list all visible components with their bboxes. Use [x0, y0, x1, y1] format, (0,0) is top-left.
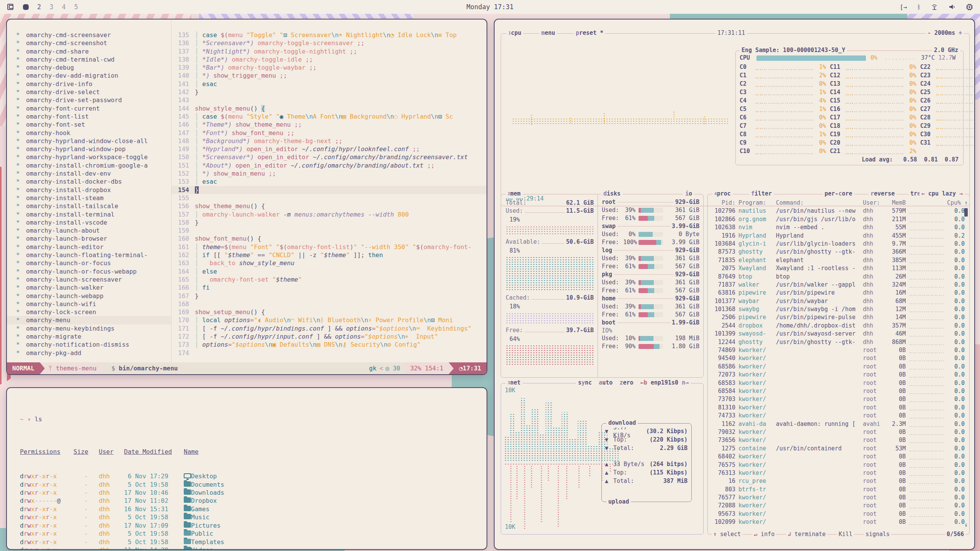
process-row[interactable]: 102866org.gnom/usr/bin/gjs /usr/lib/odhh… — [708, 215, 969, 223]
sidebar-item[interactable]: *omarchy-launch-about — [16, 227, 171, 235]
code-line[interactable]: 142} — [172, 88, 487, 96]
code-line[interactable]: 164│ else — [172, 267, 487, 276]
code-line[interactable]: 163│ back_to show_style_menu — [172, 259, 487, 267]
sort-selector[interactable]: ← cpu lazy → — [920, 190, 965, 198]
code-line[interactable]: 170│ local options="◖ Audio\n◠ Wifi\nᛒ B… — [172, 316, 487, 324]
code-line[interactable]: 135│ case $(menu "Toggle" "⊡ Screensaver… — [172, 31, 487, 39]
menu-tab[interactable]: menu — [539, 29, 557, 37]
process-row[interactable]: 2544dropbox/home/dhh/.dropbox-distdhh357… — [708, 322, 969, 330]
code-pane[interactable]: 135│ case $(menu "Toggle" "⊡ Screensaver… — [172, 20, 487, 362]
code-line[interactable]: 139│ *Bar*) omarchy-toggle-waybar ;; — [172, 64, 487, 72]
code-line[interactable]: 145│ case $(menu "Style" "◉ Theme\nA Fon… — [172, 112, 487, 121]
process-row[interactable]: 72073kworker/root0B⣀⣀⣀⣀⣀⣀⣀⣀⣀0.0 — [708, 371, 969, 379]
wifi-icon[interactable] — [931, 3, 938, 10]
proc-footer-terminate[interactable]: ↲ terminate — [786, 530, 827, 539]
process-row[interactable]: 12244ghostty/usr/bin/ghostty --gtk-dhh86… — [708, 338, 969, 346]
process-row[interactable]: 79032kworker/root0B⣀⣀⣀⣀⣀⣀⣀⣀⣀0.0 — [708, 428, 969, 436]
process-row[interactable]: 87649btopbtopdhh26M⣀⣀⣀⣀⣀⣀⣀⣀⣀0.0 — [708, 273, 969, 281]
sidebar-item[interactable]: *omarchy-install-tailscale — [16, 202, 171, 210]
process-row[interactable]: 68584kworker/root0B⣀⣀⣀⣀⣀⣀⣀⣀⣀0.0 — [708, 387, 969, 395]
process-row[interactable]: 1275containe/usr/bin/containerdroot53M⣀⣀… — [708, 445, 969, 453]
sidebar-item[interactable]: *omarchy-drive-info — [16, 80, 171, 88]
preset-tab[interactable]: preset * — [574, 29, 605, 37]
sidebar-item[interactable]: *omarchy-launch-wifi — [16, 300, 171, 308]
workspace-3[interactable]: 3 — [49, 3, 53, 11]
process-row[interactable]: 803btrfs-trroot0B⣀⣀⣀⣀⣀⣀⣀⣀⣀0.0 — [708, 486, 969, 494]
sidebar-item[interactable]: *omarchy-drive-set-password — [16, 96, 171, 104]
sidebar-item[interactable]: *omarchy-install-steam — [16, 194, 171, 202]
file-row[interactable]: drwxr-xr-x-dhh 6 Nov 17:29Desktop — [20, 472, 487, 480]
code-line[interactable]: 149│ *Hyprland*) open_in_editor ~/.confi… — [172, 145, 487, 153]
sidebar-item[interactable]: *omarchy-pkg-add — [16, 349, 171, 357]
code-line[interactable]: 156show_theme_menu() { — [172, 202, 487, 210]
sidebar-item[interactable]: *omarchy-hyprland-workspace-toggle — [16, 153, 171, 161]
code-line[interactable]: 140│ *) show_trigger_menu ;; — [172, 72, 487, 80]
sidebar-item[interactable]: *omarchy-hyprland-window-close-all — [16, 137, 171, 145]
process-row[interactable]: 73703kworker/root0B⣀⣀⣀⣀⣀⣀⣀⣀⣀0.0 — [708, 395, 969, 403]
code-line[interactable]: 154} — [172, 186, 487, 194]
file-row[interactable]: drwxr-xr-x-dhh 5 Oct 19:58Public — [20, 530, 487, 538]
sidebar-item[interactable]: *omarchy-launch-editor — [16, 243, 171, 251]
process-row[interactable]: 103684glycin-i/usr/lib/glycin-loadersdhh… — [708, 240, 969, 248]
sidebar-item[interactable]: *omarchy-launch-webapp — [16, 292, 171, 300]
cpu-panel-title[interactable]: 1cpu — [506, 29, 523, 37]
code-line[interactable]: 153│ esac — [172, 178, 487, 186]
sidebar-item[interactable]: *omarchy-hyprland-window-pop — [16, 145, 171, 153]
per-core-tab[interactable]: per-core — [823, 190, 854, 198]
code-line[interactable]: 137│ *Nightlight*) omarchy-toggle-nightl… — [172, 47, 487, 55]
chip-icon[interactable] — [966, 3, 973, 11]
sidebar-item[interactable]: *omarchy-drive-select — [16, 88, 171, 96]
code-line[interactable]: 138│ *Idle*) omarchy-toggle-idle ;; — [172, 55, 487, 64]
proc-footer-info[interactable]: ↵ info — [752, 530, 776, 539]
process-row[interactable]: 1162avahi-daavahi-daemon: running [avahi… — [708, 420, 969, 428]
process-row[interactable]: 71837walker/usr/bin/walker --gappldhh324… — [708, 281, 969, 289]
code-line[interactable]: 169show_setup_menu() { — [172, 308, 487, 316]
sidebar-item[interactable]: *omarchy-cmd-share — [16, 47, 171, 55]
sidebar-item[interactable]: *omarchy-lock-screen — [16, 308, 171, 316]
process-list[interactable]: 102796nautilus/usr/bin/nautilus --newdhh… — [708, 207, 969, 526]
sidebar-item[interactable]: *omarchy-install-docker-dbs — [16, 178, 171, 186]
process-row[interactable]: 101399swayosd-/usr/bin/swayosd-serverdhh… — [708, 330, 969, 338]
code-line[interactable]: 158} — [172, 218, 487, 227]
update-interval[interactable]: - 2000ms + — [926, 29, 964, 37]
sidebar-item[interactable]: *omarchy-font-list — [16, 112, 171, 121]
process-row[interactable]: 1916HyprlandHyprlanddhh455M⣀⣀⣀⣀⣀⣀⣀⣀⣀0.2 — [708, 232, 969, 240]
workspace-2[interactable]: 2 — [37, 3, 41, 11]
process-row[interactable]: 2075XwaylandXwayland :1 -rootless -dhh11… — [708, 264, 969, 272]
code-line[interactable]: 159 — [172, 227, 487, 235]
file-row[interactable]: drwxr-xr-x-dhh 5 Oct 19:58Documents — [20, 481, 487, 489]
sidebar-item[interactable]: *omarchy-install-chromium-google-a — [16, 161, 171, 170]
sidebar-item[interactable]: *omarchy-cmd-terminal-cwd — [16, 55, 171, 64]
process-row[interactable]: 102638nvimnvim --embed .dhh55M⣀⣀⣀⣀⣀⣀⣀⣀⣀0… — [708, 223, 969, 231]
process-row[interactable]: 81310kworker/root0B⣀⣀⣀⣀⣀⣀⣀⣀⣀0.0 — [708, 404, 969, 412]
process-row[interactable]: 2506pipewire/usr/bin/pipewire-pulsedhh14… — [708, 313, 969, 321]
process-row[interactable]: 76575kworker/root0B⣀⣀⣀⣀⣀⣀⣀⣀⣀0.0 — [708, 461, 969, 469]
code-line[interactable]: 152│ *) show_main_menu ;; — [172, 170, 487, 178]
sidebar-item[interactable]: *omarchy-hook — [16, 129, 171, 137]
sidebar-item[interactable]: *omarchy-launch-walker — [16, 284, 171, 292]
process-row[interactable]: 68402kworker/root0B⣀⣀⣀⣀⣀⣀⣀⣀⣀0.0 — [708, 453, 969, 461]
process-row[interactable]: 68586kworker/root0B⣀⣀⣀⣀⣀⣀⣀⣀⣀0.0 — [708, 363, 969, 371]
sidebar-item[interactable]: *omarchy-font-current — [16, 104, 171, 112]
mem-panel-title[interactable]: 2mem — [506, 190, 523, 198]
code-line[interactable]: 136│ *Screensaver*) omarchy-toggle-scree… — [172, 39, 487, 47]
file-row[interactable]: drwxr-xr-x-dhh17 Nov 17:09Pictures — [20, 522, 487, 530]
file-row[interactable]: drwxr-xr-x-dhh16 Nov 15:31Games — [20, 505, 487, 513]
filter-tab[interactable]: filter — [749, 190, 774, 198]
sidebar-item[interactable]: *omarchy-debug — [16, 64, 171, 72]
code-line[interactable]: 162│ if [[ "$theme" == "CNCLD" || -z "$t… — [172, 251, 487, 259]
process-row[interactable]: 74733kworker/root0B⣀⣀⣀⣀⣀⣀⣀⣀⣀0.0 — [708, 412, 969, 420]
process-row[interactable]: 74869kworker/root0B⣀⣀⣀⣀⣀⣀⣀⣀⣀0.0 — [708, 346, 969, 354]
net-tabs[interactable]: sync auto zero ←b enp191s0 n→ — [576, 379, 691, 387]
sidebar-item[interactable]: *omarchy-notification-dismiss — [16, 341, 171, 349]
sidebar-item[interactable]: *omarchy-menu-keybindings — [16, 324, 171, 333]
code-line[interactable]: 165│ omarchy-font-set "$theme" — [172, 276, 487, 284]
code-line[interactable]: 146│ *Theme*) show_theme_menu ;; — [172, 121, 487, 129]
sidebar-item[interactable]: *omarchy-install-dropbox — [16, 186, 171, 194]
code-line[interactable]: 157│ omarchy-launch-walker -m menus:omar… — [172, 210, 487, 218]
bluetooth-icon[interactable]: ᛒ — [917, 3, 921, 11]
code-line[interactable]: 151│ *About*) open_in_editor ~/.config/o… — [172, 161, 487, 170]
file-row[interactable]: drwxr-xr-x-dhh 5 Oct 19:58Music — [20, 513, 487, 521]
process-row[interactable]: 101377waybar/usr/bin/waybardhh68M⣀⣀⣀⣀⣀⣀⣀… — [708, 297, 969, 305]
logout-icon[interactable]: [→ — [900, 3, 907, 11]
